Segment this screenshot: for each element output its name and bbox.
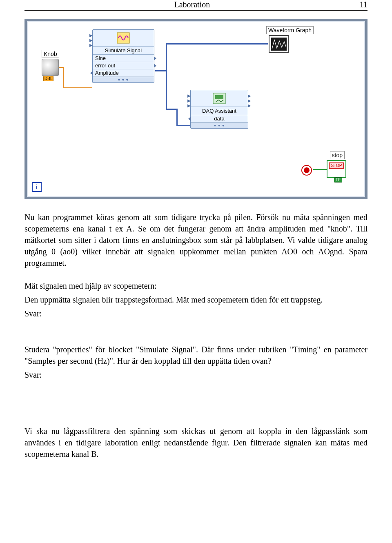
block-diagram: Knob DBL ▶ ▶ ▶ Simulate Signal Sine erro… <box>24 19 368 199</box>
answer-label-1: Svar: <box>24 308 368 319</box>
daq-assistant-icon <box>191 90 248 107</box>
simulate-row-sine: Sine <box>93 55 154 62</box>
paragraph-2: Den uppmätta signalen blir trappstegsfor… <box>24 294 368 305</box>
paragraph-1: Nu kan programmet köras genom att som ti… <box>24 211 368 269</box>
daq-title: DAQ Assistant <box>191 107 248 115</box>
stop-label: stop <box>330 151 345 159</box>
simulate-signal-title: Simulate Signal <box>93 47 154 55</box>
daq-row-data: data <box>191 115 248 122</box>
paragraph-4: Vi ska nu lågpassfiltrera den spänning s… <box>24 425 368 460</box>
loop-iteration-terminal: i <box>32 182 42 192</box>
svg-rect-0 <box>117 33 129 43</box>
expand-grip-icon[interactable]: ▾ ▾ ▾ <box>93 77 154 82</box>
page-header: Laboration 11 <box>24 0 368 11</box>
simulate-signal-icon <box>93 30 154 47</box>
knob-dbl-tag: DBL <box>43 76 53 81</box>
page-number: 11 <box>360 0 368 9</box>
svg-rect-3 <box>215 95 223 99</box>
waveform-graph-indicator[interactable] <box>269 35 289 53</box>
stop-tf-tag: TF <box>334 177 342 182</box>
expand-grip-icon[interactable]: ▾ ▾ ▾ <box>191 122 248 128</box>
simulate-signal-vi[interactable]: ▶ ▶ ▶ Simulate Signal Sine error out Amp… <box>92 29 154 83</box>
waveform-graph-label: Waveform Graph <box>266 26 314 34</box>
header-title: Laboration <box>174 0 210 9</box>
scopemeter-heading: Mät signalen med hjälp av scopemetern: <box>24 280 368 292</box>
paragraph-3: Studera "properties" för blocket "Simula… <box>24 344 368 367</box>
knob-label: Knob <box>42 50 59 58</box>
stop-button-indicator[interactable]: STOP <box>327 160 346 178</box>
loop-conditional-terminal[interactable] <box>301 165 312 176</box>
stop-wire <box>313 169 327 170</box>
answer-label-2: Svar: <box>24 369 368 381</box>
daq-assistant-vi[interactable]: ▶ ▶ ▶ ▶ ▶ ▶ DAQ Assistant data ▾ ▾ ▾ <box>190 90 248 129</box>
knob-control[interactable] <box>42 59 59 76</box>
simulate-row-errorout: error out <box>93 62 154 69</box>
simulate-row-amplitude: Amplitude <box>93 69 154 77</box>
